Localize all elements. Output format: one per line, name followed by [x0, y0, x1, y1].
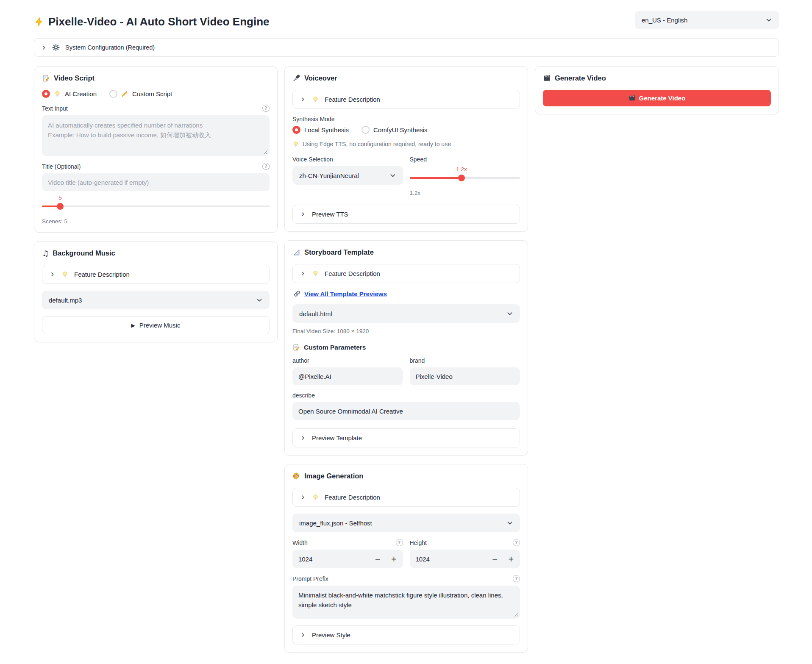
clapperboard-icon — [543, 74, 551, 82]
storyboard-template-panel: Storyboard Template Feature Description … — [284, 240, 528, 456]
speed-slider-value: 1.2x — [456, 166, 467, 172]
text-input-label-row: Text Input ? — [42, 105, 270, 112]
radio-ai-creation[interactable]: AI Creation — [42, 90, 97, 98]
describe-label: describe — [292, 392, 520, 399]
help-icon[interactable]: ? — [513, 575, 520, 582]
music-file-select[interactable]: default.mp3 — [42, 291, 270, 309]
play-icon: ▶ — [131, 322, 135, 328]
voiceover-panel: Voiceover Feature Description Synthesis … — [284, 66, 528, 232]
generate-video-title: Generate Video — [543, 74, 771, 82]
help-icon[interactable]: ? — [513, 539, 520, 546]
view-all-template-previews-link[interactable]: View All Template Previews — [304, 290, 387, 297]
scenes-slider-handle[interactable] — [57, 203, 64, 210]
background-music-panel: ♫ Background Music Feature Description d… — [34, 241, 278, 342]
chevron-down-icon — [765, 17, 772, 23]
music-feature-description-accordion[interactable]: Feature Description — [42, 265, 270, 284]
preview-tts-accordion[interactable]: Preview TTS — [292, 205, 520, 224]
plus-button[interactable]: + — [391, 555, 397, 563]
describe-input[interactable] — [292, 402, 520, 420]
bulb-icon — [292, 141, 299, 147]
main-columns: Video Script AI Creation Custom Script — [34, 66, 779, 653]
voiceover-feature-description-accordion[interactable]: Feature Description — [292, 90, 520, 109]
speed-slider-handle[interactable] — [458, 175, 465, 181]
help-icon[interactable]: ? — [262, 163, 270, 170]
video-script-title: Video Script — [42, 74, 270, 82]
chevron-down-icon — [506, 520, 513, 526]
memo-icon — [42, 74, 50, 82]
plus-button[interactable]: + — [508, 555, 514, 563]
chevron-right-icon — [300, 632, 306, 638]
height-label-row: Height ? — [410, 539, 520, 546]
speed-caption: 1.2x — [410, 190, 520, 196]
scenes-caption: Scenes: 5 — [42, 218, 270, 225]
width-input[interactable] — [298, 556, 375, 563]
speed-label: Speed — [410, 156, 520, 163]
width-stepper: − + — [292, 550, 403, 568]
microphone-icon — [292, 74, 300, 82]
preview-style-accordion[interactable]: Preview Style — [292, 625, 520, 645]
brand-label: brand — [410, 357, 520, 364]
page: Pixelle-Video - AI Auto Short Video Engi… — [0, 0, 812, 664]
author-input[interactable] — [292, 367, 403, 385]
link-icon — [293, 290, 301, 297]
template-select[interactable]: default.html — [292, 304, 520, 323]
left-column: Video Script AI Creation Custom Script — [34, 66, 278, 342]
image-workflow-select[interactable]: image_flux.json - Selfhost — [292, 514, 520, 532]
chevron-right-icon — [41, 45, 47, 50]
help-icon[interactable]: ? — [396, 539, 403, 546]
gear-icon — [52, 44, 60, 51]
chevron-right-icon — [300, 97, 306, 102]
radio-unselected-dot — [362, 126, 370, 134]
bulb-icon — [312, 494, 319, 501]
minus-button[interactable]: − — [375, 555, 381, 563]
voice-select[interactable]: zh-CN-YunjianNeural — [292, 166, 403, 185]
video-title-input[interactable] — [42, 173, 270, 191]
radio-selected-dot — [292, 126, 300, 134]
script-mode-radio-group: AI Creation Custom Script — [42, 90, 270, 98]
minus-button[interactable]: − — [492, 555, 498, 563]
triangle-ruler-icon — [292, 248, 300, 256]
radio-custom-script[interactable]: Custom Script — [109, 90, 172, 98]
generate-video-button[interactable]: Generate Video — [543, 90, 771, 106]
language-select-value: en_US - English — [642, 17, 687, 24]
storyboard-feature-description-accordion[interactable]: Feature Description — [292, 264, 520, 283]
template-previews-link-row: View All Template Previews — [293, 290, 519, 297]
clapperboard-icon — [628, 94, 636, 102]
chevron-right-icon — [300, 435, 306, 441]
middle-column: Voiceover Feature Description Synthesis … — [284, 66, 528, 653]
width-label-row: Width ? — [292, 539, 403, 546]
script-text-input[interactable] — [42, 115, 270, 156]
radio-comfyui-synthesis[interactable]: ComfyUI Synthesis — [362, 126, 428, 134]
voiceover-title: Voiceover — [292, 74, 520, 82]
system-config-accordion[interactable]: System Configuration (Required) — [34, 38, 779, 57]
bulb-icon — [312, 96, 319, 103]
prompt-prefix-input[interactable]: Minimalist black-and-white matchstick fi… — [292, 586, 520, 619]
chevron-right-icon — [50, 272, 55, 277]
image-feature-description-accordion[interactable]: Feature Description — [292, 488, 520, 507]
chevron-right-icon — [300, 271, 306, 276]
music-note-icon: ♫ — [42, 250, 49, 257]
brand-input[interactable] — [410, 367, 520, 385]
prompt-prefix-label-row: Prompt Prefix ? — [292, 575, 520, 582]
height-input[interactable] — [416, 556, 492, 563]
scenes-slider[interactable]: 5 — [42, 206, 270, 207]
video-script-panel: Video Script AI Creation Custom Script — [34, 66, 278, 233]
speed-slider[interactable]: 1.2x — [410, 177, 520, 179]
language-select[interactable]: en_US - English — [635, 11, 779, 29]
palette-icon — [292, 472, 300, 480]
help-icon[interactable]: ? — [262, 105, 270, 112]
chevron-down-icon — [506, 310, 513, 317]
title-label-row: Title (Optional) ? — [42, 163, 270, 170]
right-column: Generate Video Generate Video — [535, 66, 779, 114]
preview-template-accordion[interactable]: Preview Template — [292, 428, 520, 447]
author-label: author — [292, 357, 403, 364]
scenes-slider-value: 5 — [58, 194, 62, 201]
radio-selected-dot — [42, 90, 50, 98]
voice-selection-label: Voice Selection — [292, 156, 403, 163]
radio-local-synthesis[interactable]: Local Synthesis — [292, 126, 349, 134]
final-video-size: Final Video Size: 1080 × 1920 — [292, 328, 520, 334]
bulb-icon — [61, 271, 69, 278]
chevron-right-icon — [300, 211, 306, 217]
preview-music-button[interactable]: ▶ Preview Music — [42, 316, 270, 334]
edge-tts-hint: Using Edge TTS, no configuration require… — [292, 141, 520, 147]
